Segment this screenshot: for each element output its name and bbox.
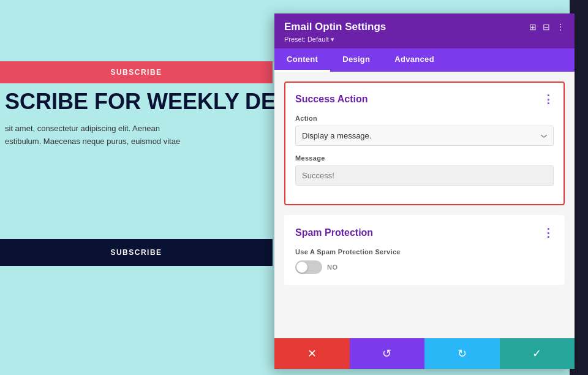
website-headline: SCRIBE FOR WEEKLY DE [0, 89, 276, 115]
grid2-icon[interactable]: ⊞ [529, 22, 537, 32]
toggle-state-label: NO [327, 263, 338, 271]
success-action-header: Success Action ⋮ [295, 93, 554, 106]
cancel-icon: ✕ [307, 347, 317, 360]
redo-icon: ↻ [458, 347, 467, 360]
action-label: Action [295, 115, 554, 122]
more-options-icon[interactable]: ⋮ [556, 22, 565, 32]
spam-protection-title: Spam Protection [295, 227, 373, 238]
panel-header: Email Optin Settings ⊞ ⊟ ⋮ Preset: Defau… [274, 13, 575, 48]
preset-label: Preset: Default [284, 36, 329, 43]
toggle-knob [296, 262, 307, 273]
action-field-group: Action Display a message. Redirect to UR… [295, 115, 554, 146]
panel-tabs: Content Design Advanced [274, 48, 575, 72]
action-select[interactable]: Display a message. Redirect to URL [295, 126, 554, 146]
panel-footer: ✕ ↺ ↻ ✓ [274, 338, 575, 369]
message-field-group: Message [295, 154, 554, 186]
success-action-title: Success Action [295, 94, 368, 105]
website-body-text: sit amet, consectetur adipiscing elit. A… [5, 123, 271, 148]
tab-content[interactable]: Content [274, 48, 330, 72]
subscribe-bar-bottom: SUBSCRIBE [0, 239, 273, 266]
subscribe-bar-top: SUBSCRIBE [0, 61, 273, 83]
spam-toggle-label: Use A Spam Protection Service [295, 248, 554, 256]
spam-toggle[interactable] [295, 260, 322, 274]
save-button[interactable]: ✓ [500, 338, 575, 369]
reset-button[interactable]: ↺ [350, 338, 425, 369]
panel-title: Email Optin Settings [284, 21, 386, 33]
panel-body: Success Action ⋮ Action Display a messag… [274, 72, 575, 338]
tab-design[interactable]: Design [330, 48, 382, 72]
message-label: Message [295, 154, 554, 162]
spam-toggle-row: NO [295, 260, 554, 274]
success-action-menu-icon[interactable]: ⋮ [543, 93, 554, 106]
panel-title-icons: ⊞ ⊟ ⋮ [529, 22, 565, 32]
reset-icon: ↺ [382, 347, 391, 360]
tab-advanced[interactable]: Advanced [382, 48, 447, 72]
success-action-section: Success Action ⋮ Action Display a messag… [284, 81, 565, 205]
settings-panel: Email Optin Settings ⊞ ⊟ ⋮ Preset: Defau… [274, 13, 575, 369]
panel-title-row: Email Optin Settings ⊞ ⊟ ⋮ [284, 21, 565, 33]
spam-protection-section: Spam Protection ⋮ Use A Spam Protection … [284, 215, 565, 285]
grid3-icon[interactable]: ⊟ [543, 22, 550, 32]
subscribe-bar-bottom-label: SUBSCRIBE [110, 248, 162, 257]
redo-button[interactable]: ↻ [424, 338, 500, 369]
spam-protection-menu-icon[interactable]: ⋮ [543, 226, 554, 240]
message-input[interactable] [295, 165, 554, 186]
preset-selector[interactable]: Preset: Default ▾ [284, 36, 565, 44]
cancel-button[interactable]: ✕ [274, 338, 350, 369]
spam-protection-header: Spam Protection ⋮ [295, 226, 554, 240]
subscribe-bar-top-label: SUBSCRIBE [110, 68, 162, 77]
save-icon: ✓ [532, 347, 541, 360]
